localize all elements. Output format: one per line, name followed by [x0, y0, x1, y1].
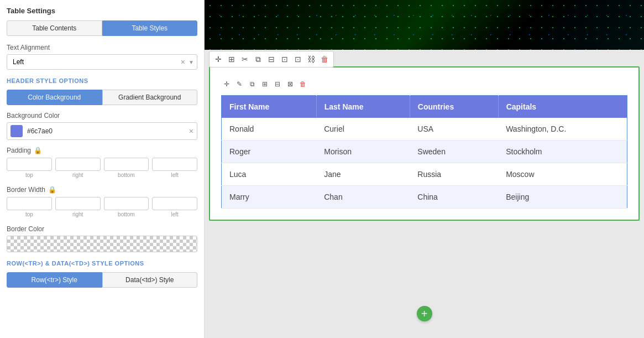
- th-lastname: Last Name: [316, 96, 410, 118]
- border-bottom-group: bottom: [104, 197, 149, 217]
- border-left-label: left: [152, 211, 197, 217]
- padding-left-input[interactable]: [152, 158, 197, 171]
- td-lastname: Morison: [316, 141, 410, 163]
- bg-color-row: #6c7ae0 ×: [7, 122, 197, 140]
- border-color-label: Border Color: [7, 225, 197, 233]
- canvas-background: [205, 0, 644, 50]
- td-country: USA: [410, 118, 498, 141]
- text-alignment-wrapper: Left Center Right × ▼: [7, 54, 197, 70]
- padding-section: Padding 🔒 top right bottom left: [7, 147, 197, 178]
- bg-color-clear[interactable]: ×: [189, 127, 193, 136]
- table-move-icon[interactable]: ✛: [221, 79, 232, 90]
- padding-bottom-label: bottom: [104, 172, 149, 178]
- canvas-link-icon[interactable]: ⛓: [305, 53, 317, 65]
- td-country: China: [410, 186, 498, 209]
- border-top-input[interactable]: [7, 197, 52, 210]
- table-body: RonaldCurielUSAWashington, D.C.RogerMori…: [222, 118, 627, 209]
- canvas-paste-icon[interactable]: ⊡: [279, 53, 291, 65]
- text-alignment-select[interactable]: Left Center Right: [7, 54, 197, 70]
- border-right-group: right: [55, 197, 101, 217]
- right-panel: ✛ ⊞ ✂ ⧉ ⊟ ⊡ ⊡ ⛓ 🗑 ✛ ✎ ⧉ ⊞ ⊟ ⊠ 🗑 First Na…: [205, 0, 644, 338]
- padding-right-label: right: [55, 172, 101, 178]
- border-width-section: Border Width 🔒 top right bottom left: [7, 186, 197, 217]
- canvas-move-icon[interactable]: ✛: [212, 53, 224, 65]
- row-tab-group: Row(<tr>) Style Data(<td>) Style: [7, 272, 197, 288]
- canvas-cut-icon[interactable]: ✂: [239, 53, 251, 65]
- table-row: MarryChanChinaBeijing: [222, 186, 627, 209]
- table-container: ✛ ✎ ⧉ ⊞ ⊟ ⊠ 🗑 First Name Last Name Count…: [209, 66, 640, 221]
- panel-title: Table Settings: [7, 7, 197, 15]
- border-bottom-input[interactable]: [104, 197, 149, 210]
- canvas-toolbar: ✛ ⊞ ✂ ⧉ ⊟ ⊡ ⊡ ⛓ 🗑: [209, 51, 334, 67]
- canvas-delete-icon[interactable]: 🗑: [318, 53, 331, 65]
- border-top-group: top: [7, 197, 52, 217]
- table-del-icon[interactable]: 🗑: [297, 79, 308, 90]
- padding-left-group: left: [152, 158, 197, 178]
- canvas-paste2-icon[interactable]: ⊡: [292, 53, 304, 65]
- td-firstname: Luca: [222, 163, 317, 186]
- td-firstname: Roger: [222, 141, 317, 163]
- padding-label: Padding: [7, 147, 31, 154]
- td-country: Sweden: [410, 141, 498, 163]
- border-right-label: right: [55, 211, 101, 217]
- border-width-lock-icon[interactable]: 🔒: [48, 186, 56, 194]
- border-color-section: Border Color: [7, 225, 197, 252]
- border-bottom-label: bottom: [104, 211, 149, 217]
- table-row: RogerMorisonSwedenStockholm: [222, 141, 627, 163]
- td-lastname: Jane: [316, 163, 410, 186]
- tab-data-style[interactable]: Data(<td>) Style: [102, 272, 198, 288]
- canvas-columns-icon[interactable]: ⊞: [226, 53, 238, 65]
- text-alignment-label: Text Alignment: [7, 44, 197, 51]
- bg-color-swatch[interactable]: [11, 125, 23, 137]
- border-width-inputs: top right bottom left: [7, 197, 197, 217]
- main-tab-group: Table Contents Table Styles: [7, 20, 197, 36]
- td-firstname: Ronald: [222, 118, 317, 141]
- padding-bottom-input[interactable]: [104, 158, 149, 171]
- padding-top-group: top: [7, 158, 52, 178]
- add-section-button[interactable]: +: [417, 306, 432, 321]
- tab-table-styles[interactable]: Table Styles: [102, 20, 198, 36]
- th-countries: Countries: [410, 96, 498, 118]
- border-left-input[interactable]: [152, 197, 197, 210]
- table-img-icon[interactable]: ⊞: [259, 79, 270, 90]
- padding-left-label: left: [152, 172, 197, 178]
- td-lastname: Curiel: [316, 118, 410, 141]
- tab-gradient-bg[interactable]: Gradient Background: [102, 90, 198, 105]
- padding-top-label: top: [7, 172, 52, 178]
- text-alignment-clear[interactable]: ×: [181, 58, 185, 66]
- canvas-bg-dots: [205, 0, 644, 50]
- padding-inputs: top right bottom left: [7, 158, 197, 178]
- padding-top-input[interactable]: [7, 158, 52, 171]
- td-firstname: Marry: [222, 186, 317, 209]
- table-col-icon[interactable]: ⊟: [272, 79, 283, 90]
- tab-row-style[interactable]: Row(<tr>) Style: [7, 272, 102, 288]
- padding-right-input[interactable]: [55, 158, 101, 171]
- tab-color-bg[interactable]: Color Background: [7, 90, 102, 105]
- table-row-icon[interactable]: ⊠: [285, 79, 296, 90]
- canvas-tablecopy-icon[interactable]: ⊟: [265, 53, 278, 65]
- padding-right-group: right: [55, 158, 101, 178]
- border-right-input[interactable]: [55, 197, 101, 210]
- table-toolbar: ✛ ✎ ⧉ ⊞ ⊟ ⊠ 🗑: [221, 79, 627, 90]
- padding-bottom-group: bottom: [104, 158, 149, 178]
- table-copy-icon[interactable]: ⧉: [247, 79, 258, 90]
- border-left-group: left: [152, 197, 197, 217]
- tab-table-contents[interactable]: Table Contents: [7, 20, 102, 36]
- border-width-label: Border Width: [7, 186, 45, 194]
- row-section-heading: ROW(<TR>) & DATA(<TD>) STYLE OPTIONS: [7, 260, 197, 267]
- border-color-swatch[interactable]: [7, 236, 197, 252]
- canvas-copy-icon[interactable]: ⧉: [252, 53, 264, 65]
- table-row: RonaldCurielUSAWashington, D.C.: [222, 118, 627, 141]
- th-firstname: First Name: [222, 96, 317, 118]
- table-edit-icon[interactable]: ✎: [234, 79, 245, 90]
- bg-color-value: #6c7ae0: [27, 127, 189, 135]
- border-top-label: top: [7, 211, 52, 217]
- data-table: First Name Last Name Countries Capitals …: [221, 95, 627, 209]
- table-row: LucaJaneRussiaMoscow: [222, 163, 627, 186]
- td-capital: Washington, D.C.: [498, 118, 627, 141]
- bg-tab-group: Color Background Gradient Background: [7, 90, 197, 105]
- table-header-row: First Name Last Name Countries Capitals: [222, 96, 627, 118]
- bg-color-label: Background Color: [7, 112, 197, 119]
- padding-lock-icon[interactable]: 🔒: [34, 147, 42, 154]
- td-lastname: Chan: [316, 186, 410, 209]
